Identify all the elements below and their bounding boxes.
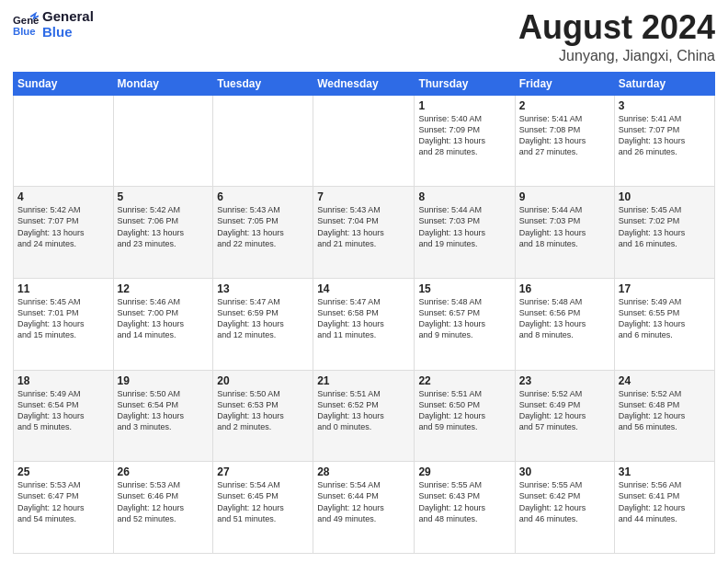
day-cell: 9Sunrise: 5:44 AM Sunset: 7:03 PM Daylig…	[515, 187, 614, 279]
col-thursday: Thursday	[415, 72, 515, 95]
day-info: Sunrise: 5:45 AM Sunset: 7:01 PM Dayligh…	[17, 296, 109, 341]
day-number: 22	[418, 374, 510, 387]
day-number: 31	[619, 465, 711, 478]
day-number: 29	[418, 465, 510, 478]
day-cell: 18Sunrise: 5:49 AM Sunset: 6:54 PM Dayli…	[14, 370, 114, 462]
day-cell	[213, 95, 313, 187]
day-cell: 27Sunrise: 5:54 AM Sunset: 6:45 PM Dayli…	[213, 462, 313, 554]
day-info: Sunrise: 5:53 AM Sunset: 6:46 PM Dayligh…	[118, 479, 210, 524]
day-number: 8	[418, 190, 510, 203]
day-number: 12	[118, 282, 210, 295]
day-number: 17	[619, 282, 711, 295]
day-number: 13	[217, 282, 309, 295]
day-number: 24	[619, 374, 711, 387]
day-info: Sunrise: 5:43 AM Sunset: 7:05 PM Dayligh…	[217, 204, 309, 249]
day-info: Sunrise: 5:42 AM Sunset: 7:06 PM Dayligh…	[118, 204, 210, 249]
day-info: Sunrise: 5:44 AM Sunset: 7:03 PM Dayligh…	[418, 204, 510, 249]
day-info: Sunrise: 5:52 AM Sunset: 6:49 PM Dayligh…	[519, 388, 610, 433]
day-cell: 6Sunrise: 5:43 AM Sunset: 7:05 PM Daylig…	[213, 187, 313, 279]
day-info: Sunrise: 5:47 AM Sunset: 6:58 PM Dayligh…	[317, 296, 410, 341]
day-number: 15	[418, 282, 510, 295]
day-cell: 23Sunrise: 5:52 AM Sunset: 6:49 PM Dayli…	[515, 370, 614, 462]
day-cell: 20Sunrise: 5:50 AM Sunset: 6:53 PM Dayli…	[213, 370, 313, 462]
logo-line2: Blue	[42, 25, 94, 40]
day-info: Sunrise: 5:41 AM Sunset: 7:08 PM Dayligh…	[519, 113, 610, 158]
week-row-1: 1Sunrise: 5:40 AM Sunset: 7:09 PM Daylig…	[14, 95, 715, 187]
day-cell: 1Sunrise: 5:40 AM Sunset: 7:09 PM Daylig…	[415, 95, 515, 187]
day-number: 6	[217, 190, 309, 203]
logo-icon: General Blue	[13, 12, 39, 38]
day-number: 10	[619, 190, 711, 203]
header-row: Sunday Monday Tuesday Wednesday Thursday…	[14, 72, 715, 95]
week-row-2: 4Sunrise: 5:42 AM Sunset: 7:07 PM Daylig…	[14, 187, 715, 279]
day-info: Sunrise: 5:56 AM Sunset: 6:41 PM Dayligh…	[619, 479, 711, 524]
day-info: Sunrise: 5:54 AM Sunset: 6:45 PM Dayligh…	[217, 479, 309, 524]
day-cell: 8Sunrise: 5:44 AM Sunset: 7:03 PM Daylig…	[415, 187, 515, 279]
day-info: Sunrise: 5:41 AM Sunset: 7:07 PM Dayligh…	[619, 113, 711, 158]
svg-text:Blue: Blue	[13, 25, 36, 36]
day-number: 2	[519, 99, 610, 112]
week-row-5: 25Sunrise: 5:53 AM Sunset: 6:47 PM Dayli…	[14, 462, 715, 554]
day-info: Sunrise: 5:50 AM Sunset: 6:53 PM Dayligh…	[217, 388, 309, 433]
day-info: Sunrise: 5:43 AM Sunset: 7:04 PM Dayligh…	[317, 204, 410, 249]
col-sunday: Sunday	[14, 72, 114, 95]
day-info: Sunrise: 5:52 AM Sunset: 6:48 PM Dayligh…	[619, 388, 711, 433]
day-cell: 17Sunrise: 5:49 AM Sunset: 6:55 PM Dayli…	[614, 278, 714, 370]
day-cell: 30Sunrise: 5:55 AM Sunset: 6:42 PM Dayli…	[515, 462, 614, 554]
week-row-4: 18Sunrise: 5:49 AM Sunset: 6:54 PM Dayli…	[14, 370, 715, 462]
day-cell: 13Sunrise: 5:47 AM Sunset: 6:59 PM Dayli…	[213, 278, 313, 370]
day-cell: 22Sunrise: 5:51 AM Sunset: 6:50 PM Dayli…	[415, 370, 515, 462]
day-info: Sunrise: 5:47 AM Sunset: 6:59 PM Dayligh…	[217, 296, 309, 341]
day-info: Sunrise: 5:46 AM Sunset: 7:00 PM Dayligh…	[118, 296, 210, 341]
day-cell: 19Sunrise: 5:50 AM Sunset: 6:54 PM Dayli…	[113, 370, 213, 462]
day-info: Sunrise: 5:51 AM Sunset: 6:52 PM Dayligh…	[317, 388, 410, 433]
day-info: Sunrise: 5:49 AM Sunset: 6:54 PM Dayligh…	[17, 388, 109, 433]
day-cell: 7Sunrise: 5:43 AM Sunset: 7:04 PM Daylig…	[313, 187, 415, 279]
sub-title: Junyang, Jiangxi, China	[518, 48, 715, 64]
day-number: 19	[118, 374, 210, 387]
day-number: 9	[519, 190, 610, 203]
day-number: 18	[17, 374, 109, 387]
day-info: Sunrise: 5:49 AM Sunset: 6:55 PM Dayligh…	[619, 296, 711, 341]
logo-line1: General	[42, 9, 94, 25]
col-friday: Friday	[515, 72, 614, 95]
main-title: August 2024	[518, 9, 715, 46]
day-cell	[313, 95, 415, 187]
day-number: 23	[519, 374, 610, 387]
day-number: 21	[317, 374, 410, 387]
day-cell: 16Sunrise: 5:48 AM Sunset: 6:56 PM Dayli…	[515, 278, 614, 370]
day-cell: 15Sunrise: 5:48 AM Sunset: 6:57 PM Dayli…	[415, 278, 515, 370]
col-tuesday: Tuesday	[213, 72, 313, 95]
col-monday: Monday	[113, 72, 213, 95]
calendar-table: Sunday Monday Tuesday Wednesday Thursday…	[13, 72, 715, 554]
day-cell: 31Sunrise: 5:56 AM Sunset: 6:41 PM Dayli…	[614, 462, 714, 554]
day-cell: 21Sunrise: 5:51 AM Sunset: 6:52 PM Dayli…	[313, 370, 415, 462]
day-cell: 26Sunrise: 5:53 AM Sunset: 6:46 PM Dayli…	[113, 462, 213, 554]
day-number: 5	[118, 190, 210, 203]
day-cell: 11Sunrise: 5:45 AM Sunset: 7:01 PM Dayli…	[14, 278, 114, 370]
day-cell: 4Sunrise: 5:42 AM Sunset: 7:07 PM Daylig…	[14, 187, 114, 279]
day-info: Sunrise: 5:48 AM Sunset: 6:57 PM Dayligh…	[418, 296, 510, 341]
day-number: 11	[17, 282, 109, 295]
day-cell: 5Sunrise: 5:42 AM Sunset: 7:06 PM Daylig…	[113, 187, 213, 279]
day-number: 7	[317, 190, 410, 203]
day-cell	[113, 95, 213, 187]
day-cell: 29Sunrise: 5:55 AM Sunset: 6:43 PM Dayli…	[415, 462, 515, 554]
day-number: 3	[619, 99, 711, 112]
day-cell: 28Sunrise: 5:54 AM Sunset: 6:44 PM Dayli…	[313, 462, 415, 554]
title-block: August 2024 Junyang, Jiangxi, China	[518, 9, 715, 64]
day-number: 26	[118, 465, 210, 478]
day-info: Sunrise: 5:51 AM Sunset: 6:50 PM Dayligh…	[418, 388, 510, 433]
page: General Blue General Blue August 2024 Ju…	[0, 0, 728, 563]
day-info: Sunrise: 5:45 AM Sunset: 7:02 PM Dayligh…	[619, 204, 711, 249]
day-info: Sunrise: 5:44 AM Sunset: 7:03 PM Dayligh…	[519, 204, 610, 249]
day-info: Sunrise: 5:53 AM Sunset: 6:47 PM Dayligh…	[17, 479, 109, 524]
day-number: 20	[217, 374, 309, 387]
day-cell	[14, 95, 114, 187]
day-number: 28	[317, 465, 410, 478]
day-number: 16	[519, 282, 610, 295]
day-number: 14	[317, 282, 410, 295]
header: General Blue General Blue August 2024 Ju…	[13, 9, 715, 64]
day-info: Sunrise: 5:54 AM Sunset: 6:44 PM Dayligh…	[317, 479, 410, 524]
day-number: 30	[519, 465, 610, 478]
